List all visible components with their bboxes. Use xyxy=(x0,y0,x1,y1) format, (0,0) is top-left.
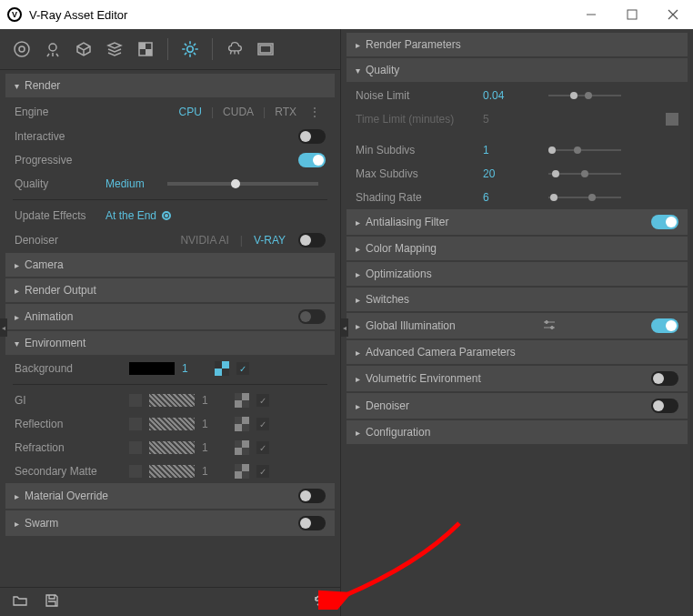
optimizations-section[interactable]: ▸ Optimizations xyxy=(346,262,688,286)
min-subdivs-value[interactable]: 1 xyxy=(483,144,537,157)
global-illumination-section[interactable]: ▸ Global Illumination xyxy=(346,313,688,338)
adv-camera-section[interactable]: ▸ Advanced Camera Parameters xyxy=(346,340,688,364)
denoiser-label: Denoiser xyxy=(15,234,87,247)
svg-line-8 xyxy=(47,54,49,56)
chevron-right-icon: ▸ xyxy=(15,519,19,529)
quality-slider[interactable] xyxy=(167,182,318,186)
refraction-color-swatch[interactable] xyxy=(129,441,142,454)
shading-rate-slider[interactable] xyxy=(548,197,621,198)
reflection-hatch-swatch[interactable] xyxy=(149,418,195,430)
render-output-section[interactable]: ▸ Render Output xyxy=(5,278,335,302)
app-icon: V xyxy=(7,7,22,22)
reflection-enable-check[interactable]: ✓ xyxy=(256,418,269,430)
gi-color-swatch[interactable] xyxy=(129,394,142,407)
lights-icon[interactable] xyxy=(40,36,65,62)
background-enable-check[interactable]: ✓ xyxy=(236,362,249,375)
engine-cpu[interactable]: CPU xyxy=(174,104,207,120)
save-icon[interactable] xyxy=(45,594,58,610)
background-value[interactable]: 1 xyxy=(182,362,200,375)
render-icon[interactable] xyxy=(222,36,247,62)
maximize-button[interactable] xyxy=(611,0,652,29)
refraction-enable-check[interactable]: ✓ xyxy=(256,441,269,454)
frame-buffer-icon[interactable] xyxy=(253,36,278,62)
update-effects-radio[interactable] xyxy=(162,211,171,220)
settings-icon[interactable] xyxy=(177,36,203,62)
textures-icon[interactable] xyxy=(133,36,158,62)
configuration-section[interactable]: ▸ Configuration xyxy=(346,420,688,444)
refraction-hatch-swatch[interactable] xyxy=(149,441,195,454)
svg-point-6 xyxy=(49,44,56,51)
swarm-section[interactable]: ▸ Swarm xyxy=(5,510,335,536)
render-parameters-section[interactable]: ▸ Render Parameters xyxy=(346,33,688,56)
animation-toggle[interactable] xyxy=(298,309,326,324)
volumetric-section[interactable]: ▸ Volumetric Environment xyxy=(346,366,688,391)
reflection-texture-slot[interactable] xyxy=(235,417,249,431)
chevron-right-icon: ▸ xyxy=(15,491,19,501)
noise-limit-value[interactable]: 0.04 xyxy=(483,89,537,102)
denoiser-toggle[interactable] xyxy=(298,233,326,247)
global-illum-toggle[interactable] xyxy=(651,318,678,333)
switches-title: Switches xyxy=(366,293,409,306)
switches-section[interactable]: ▸ Switches xyxy=(346,288,688,311)
min-subdivs-slider[interactable] xyxy=(548,149,621,151)
gi-settings-icon[interactable] xyxy=(543,319,556,332)
color-mapping-section[interactable]: ▸ Color Mapping xyxy=(346,237,688,260)
gi-enable-check[interactable]: ✓ xyxy=(256,394,269,407)
divider xyxy=(13,384,327,385)
open-icon[interactable] xyxy=(13,594,27,610)
gi-value[interactable]: 1 xyxy=(202,394,220,407)
engine-cuda[interactable]: CUDA xyxy=(217,104,259,120)
chevron-right-icon: ▸ xyxy=(356,40,360,50)
progressive-toggle[interactable] xyxy=(298,153,326,167)
antialiasing-toggle[interactable] xyxy=(651,215,678,229)
shading-rate-value[interactable]: 6 xyxy=(483,191,537,204)
time-limit-stop-icon[interactable] xyxy=(666,113,678,126)
svg-point-5 xyxy=(19,46,25,52)
refraction-value[interactable]: 1 xyxy=(202,441,220,454)
left-expand-handle[interactable]: ◂ xyxy=(0,318,7,337)
revert-icon[interactable] xyxy=(313,593,327,611)
material-override-toggle[interactable] xyxy=(298,489,326,503)
background-texture-slot[interactable] xyxy=(215,361,229,376)
background-color-swatch[interactable] xyxy=(129,362,175,375)
interactive-toggle[interactable] xyxy=(298,129,326,144)
engine-more-icon[interactable]: ⋮ xyxy=(306,104,326,120)
secondary-matte-color-swatch[interactable] xyxy=(129,465,142,478)
secondary-matte-enable-check[interactable]: ✓ xyxy=(256,465,269,478)
material-override-section[interactable]: ▸ Material Override xyxy=(5,483,335,509)
secondary-matte-value[interactable]: 1 xyxy=(202,465,220,478)
engine-label: Engine xyxy=(15,106,124,118)
update-effects-row: Update Effects At the End xyxy=(5,204,335,227)
swarm-toggle[interactable] xyxy=(298,516,326,530)
max-subdivs-slider[interactable] xyxy=(548,173,621,175)
quality-section[interactable]: ▾ Quality xyxy=(346,58,688,82)
geometry-icon[interactable] xyxy=(71,36,96,62)
engine-rtx[interactable]: RTX xyxy=(269,104,302,120)
secondary-matte-hatch-swatch[interactable] xyxy=(149,465,195,478)
svg-line-9 xyxy=(56,54,58,56)
render-section-header[interactable]: ▾ Render xyxy=(5,74,335,97)
close-button[interactable] xyxy=(652,0,693,29)
render-elements-icon[interactable] xyxy=(102,36,127,62)
denoiser-right-section[interactable]: ▸ Denoiser xyxy=(346,393,688,419)
middle-expand-handle[interactable]: ◂ xyxy=(341,318,348,337)
secondary-matte-texture-slot[interactable] xyxy=(235,464,249,479)
camera-section[interactable]: ▸ Camera xyxy=(5,253,335,277)
minimize-button[interactable] xyxy=(570,0,611,29)
reflection-value[interactable]: 1 xyxy=(202,418,220,430)
antialiasing-section[interactable]: ▸ Antialiasing Filter xyxy=(346,209,688,235)
denoiser-right-toggle[interactable] xyxy=(651,399,678,413)
refraction-texture-slot[interactable] xyxy=(235,440,249,455)
volumetric-toggle[interactable] xyxy=(651,371,678,386)
max-subdivs-value[interactable]: 20 xyxy=(483,167,537,180)
denoiser-nvidia[interactable]: NVIDIA AI xyxy=(176,232,232,248)
gi-texture-slot[interactable] xyxy=(235,393,249,408)
materials-icon[interactable] xyxy=(9,36,35,62)
environment-section[interactable]: ▾ Environment xyxy=(5,331,335,355)
reflection-color-swatch[interactable] xyxy=(129,418,142,430)
gi-hatch-swatch[interactable] xyxy=(149,394,195,407)
denoiser-vray[interactable]: V-RAY xyxy=(250,232,289,248)
update-effects-value[interactable]: At the End xyxy=(105,209,156,222)
animation-section[interactable]: ▸ Animation xyxy=(5,304,335,329)
noise-limit-slider[interactable] xyxy=(548,95,621,96)
